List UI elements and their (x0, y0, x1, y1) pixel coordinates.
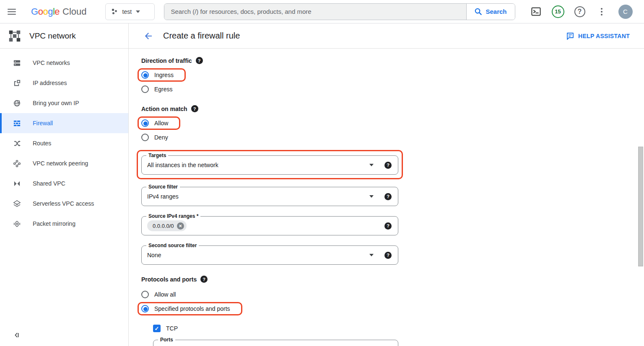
help-icon[interactable]: ? (384, 252, 392, 259)
direction-of-traffic-label: Direction of traffic ? (141, 57, 644, 64)
logo-letter: o (43, 6, 48, 17)
question-mark-icon: ? (574, 6, 585, 17)
radio-specified-protocols[interactable]: Specified protocols and ports (141, 305, 230, 312)
dropdown-caret-icon (369, 254, 374, 256)
page-title: Create a firewall rule (163, 31, 240, 41)
sidebar-item-firewall[interactable]: Firewall (0, 113, 128, 133)
field-label: Source filter (146, 184, 180, 190)
chip-remove-icon[interactable]: ✕ (177, 222, 184, 230)
kebab-icon (601, 8, 602, 15)
sidebar-item-bring-your-own-ip[interactable]: Bring your own IP (0, 93, 128, 113)
global-search-bar: Search (164, 3, 515, 20)
sidebar-item-label: IP addresses (33, 80, 67, 86)
protocols-and-ports-label: Protocols and ports ? (141, 276, 644, 283)
radio-selected-icon (141, 119, 149, 127)
cloud-shell-button[interactable] (528, 3, 545, 20)
field-label: Second source filter (146, 243, 199, 248)
radio-unselected-icon (141, 291, 149, 298)
source-filter-value: IPv4 ranges (147, 193, 179, 200)
annotation-highlight: Allow (138, 116, 180, 130)
vpc-network-icon (8, 29, 22, 43)
free-trial-days-badge[interactable]: 15 (550, 3, 566, 20)
search-input[interactable] (171, 8, 460, 15)
source-ipv4-ranges-input[interactable]: Source IPv4 ranges * 0.0.0.0/0 ✕ ? (141, 216, 398, 235)
source-filter-select[interactable]: Source filter IPv4 ranges ? (141, 187, 398, 206)
second-source-filter-select[interactable]: Second source filter None ? (141, 245, 398, 265)
back-button[interactable] (143, 31, 154, 41)
terminal-icon (530, 6, 542, 17)
sidebar-item-label: Firewall (33, 120, 53, 127)
search-input-area[interactable] (164, 4, 466, 20)
collapse-sidebar-button[interactable] (12, 330, 22, 340)
help-assistant-button[interactable]: HELP ASSISTANT (566, 32, 630, 40)
radio-ingress[interactable]: Ingress (141, 71, 174, 79)
sidebar-item-routes[interactable]: Routes (0, 133, 128, 153)
checkbox-checked-icon[interactable]: ✓ (153, 325, 161, 332)
help-icon[interactable]: ? (384, 162, 392, 169)
tcp-checkbox-row[interactable]: ✓ TCP (153, 322, 644, 335)
vpc-networks-icon (13, 59, 21, 67)
radio-allow[interactable]: Allow (141, 119, 168, 127)
ip-addresses-icon (13, 79, 21, 87)
section-label-text: Direction of traffic (141, 57, 192, 64)
field-label: Targets (146, 152, 168, 158)
logo-letter: g (48, 6, 53, 17)
chat-icon (566, 32, 574, 40)
ports-input[interactable]: Ports 1883,8883,8083,8084,18083,8081 (153, 340, 398, 346)
project-switcher-button[interactable]: test (105, 3, 155, 20)
help-icon[interactable]: ? (196, 57, 203, 64)
trial-days-count: 15 (552, 5, 564, 18)
radio-allow-all[interactable]: Allow all (141, 288, 644, 301)
sidebar-item-vpc-network-peering[interactable]: VPC network peering (0, 153, 128, 173)
annotation-highlight: Specified protocols and ports (138, 302, 242, 315)
sidebar-item-label: Bring your own IP (33, 100, 79, 106)
sidebar-nav: VPC networks IP addresses Bring your own… (0, 49, 128, 234)
sidebar-item-packet-mirroring[interactable]: Packet mirroring (0, 214, 128, 234)
search-button[interactable]: Search (466, 4, 515, 20)
account-avatar[interactable]: C (618, 5, 633, 19)
logo-cloud-text: Cloud (62, 6, 86, 17)
chip-text: 0.0.0.0/0 (153, 223, 174, 229)
page-header: Create a firewall rule HELP ASSISTANT (129, 23, 644, 49)
hamburger-bars (8, 9, 16, 15)
sidebar-item-label: Routes (33, 140, 51, 147)
sidebar-item-vpc-networks[interactable]: VPC networks (0, 53, 128, 73)
radio-label: Allow all (154, 291, 176, 298)
globe-icon (13, 99, 21, 107)
peering-icon (13, 159, 21, 168)
serverless-layers-icon (13, 199, 21, 208)
ip-range-chip: 0.0.0.0/0 ✕ (147, 220, 187, 231)
more-options-button[interactable] (593, 3, 610, 20)
dropdown-caret-icon (369, 164, 374, 166)
sidebar-item-label: Packet mirroring (33, 220, 75, 227)
help-icon[interactable]: ? (384, 222, 392, 230)
radio-unselected-icon (141, 85, 149, 93)
product-title: VPC network (29, 31, 76, 41)
routes-shuffle-icon (13, 139, 21, 147)
vertical-scrollbar-thumb[interactable] (638, 147, 643, 266)
help-icon[interactable]: ? (384, 193, 392, 200)
annotation-highlight: Ingress (138, 68, 186, 82)
logo-letter: e (55, 6, 60, 17)
sidebar-item-label: VPC network peering (33, 160, 88, 167)
menu-icon[interactable] (0, 0, 23, 23)
sidebar: VPC network VPC networks IP addresses Br… (0, 23, 129, 346)
help-assistant-label: HELP ASSISTANT (578, 33, 630, 39)
radio-label: Allow (154, 120, 168, 127)
annotation-highlight: Targets All instances in the network ? (137, 150, 403, 179)
help-icon[interactable]: ? (200, 276, 208, 283)
checkbox-label: TCP (166, 325, 178, 332)
help-button[interactable]: ? (571, 3, 588, 20)
sidebar-item-serverless-vpc-access[interactable]: Serverless VPC access (0, 194, 128, 214)
google-cloud-logo[interactable]: Google Cloud (31, 6, 87, 17)
packet-mirroring-icon (13, 219, 21, 228)
sidebar-item-ip-addresses[interactable]: IP addresses (0, 73, 128, 93)
help-icon[interactable]: ? (191, 105, 198, 112)
radio-deny[interactable]: Deny (141, 131, 644, 144)
sidebar-item-label: Shared VPC (33, 180, 65, 187)
radio-label: Ingress (154, 72, 174, 78)
targets-select[interactable]: Targets All instances in the network ? (141, 155, 398, 175)
radio-egress[interactable]: Egress (141, 83, 644, 96)
search-button-label: Search (486, 8, 506, 15)
sidebar-item-shared-vpc[interactable]: Shared VPC (0, 173, 128, 194)
